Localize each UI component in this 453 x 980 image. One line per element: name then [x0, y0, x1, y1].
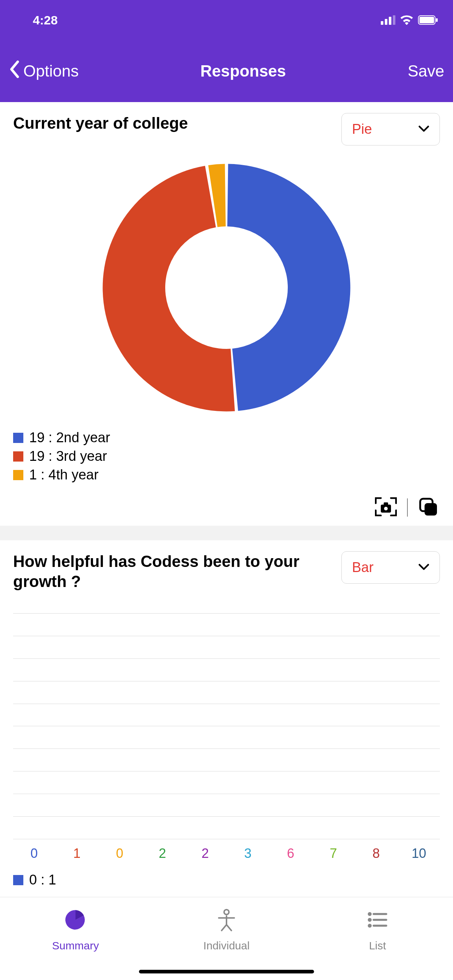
- svg-point-8: [224, 910, 229, 915]
- section-gap: [0, 526, 453, 540]
- pie-chart: [13, 145, 440, 426]
- card-title: How helpful has Codess been to your grow…: [13, 551, 312, 591]
- bar-x-label: 2: [145, 846, 180, 861]
- bar-x-label: 0: [17, 846, 51, 861]
- legend-text: 19 : 3rd year: [29, 449, 107, 464]
- status-time: 4:28: [14, 13, 381, 27]
- pie-icon: [64, 908, 87, 933]
- bar-x-label: 2: [188, 846, 222, 861]
- content-scroll[interactable]: Current year of college Pie 19 : 2nd yea…: [0, 102, 453, 898]
- legend-text: 19 : 2nd year: [29, 430, 110, 445]
- tab-list[interactable]: List: [302, 897, 453, 980]
- chevron-left-icon: [9, 60, 21, 82]
- bar-legend: 0 : 1: [13, 869, 440, 888]
- list-icon: [366, 908, 389, 933]
- separator: [407, 498, 408, 517]
- legend-text: 1 : 4th year: [29, 467, 99, 483]
- copy-icon[interactable]: [418, 496, 439, 519]
- status-bar: 4:28: [0, 0, 453, 40]
- bar-x-label: 3: [231, 846, 265, 861]
- svg-point-5: [384, 507, 388, 511]
- pie-slice: [227, 164, 350, 411]
- bottom-tab-bar: Summary Individual List: [0, 897, 453, 980]
- legend-item: 1 : 4th year: [13, 467, 440, 483]
- bar-x-label: 0: [102, 846, 137, 861]
- svg-rect-1: [420, 17, 434, 23]
- svg-point-9: [369, 913, 370, 915]
- svg-rect-2: [436, 18, 438, 22]
- chart-type-dropdown[interactable]: Pie: [341, 113, 440, 145]
- svg-point-13: [369, 924, 370, 926]
- tab-summary[interactable]: Summary: [0, 897, 151, 980]
- tab-label: Individual: [204, 940, 250, 952]
- svg-point-11: [369, 919, 370, 921]
- svg-rect-4: [384, 503, 388, 505]
- tab-label: List: [369, 940, 386, 952]
- legend-item: 19 : 3rd year: [13, 449, 440, 464]
- bar-x-label: 6: [273, 846, 308, 861]
- cellular-signal-icon: [381, 15, 396, 25]
- chevron-down-icon: [418, 564, 429, 572]
- back-button[interactable]: Options: [9, 60, 79, 82]
- pie-legend: 19 : 2nd year19 : 3rd year1 : 4th year: [13, 426, 440, 483]
- screenshot-icon[interactable]: [375, 497, 397, 518]
- dropdown-label: Bar: [352, 560, 373, 575]
- legend-item: 0 : 1: [13, 872, 440, 888]
- back-label: Options: [23, 62, 79, 80]
- legend-swatch: [13, 451, 23, 461]
- card-title: Current year of college: [13, 113, 188, 133]
- response-card-helpful: How helpful has Codess been to your grow…: [0, 540, 453, 898]
- status-right: [381, 15, 439, 25]
- response-card-college-year: Current year of college Pie 19 : 2nd yea…: [0, 102, 453, 526]
- person-icon: [215, 908, 238, 933]
- tab-individual[interactable]: Individual: [151, 897, 302, 980]
- battery-icon: [418, 15, 439, 25]
- wifi-icon: [400, 15, 413, 25]
- bar-x-label: 8: [359, 846, 394, 861]
- tab-label: Summary: [52, 940, 99, 952]
- nav-bar: Options Responses Save: [0, 40, 453, 102]
- chevron-down-icon: [418, 126, 429, 134]
- page-title: Responses: [79, 62, 408, 80]
- bar-x-label: 10: [402, 846, 436, 861]
- bar-x-label: 7: [316, 846, 351, 861]
- dropdown-label: Pie: [352, 121, 372, 137]
- legend-swatch: [13, 433, 23, 443]
- bar-x-label: 1: [59, 846, 94, 861]
- legend-swatch: [13, 875, 23, 885]
- legend-item: 19 : 2nd year: [13, 430, 440, 445]
- svg-rect-7: [424, 503, 437, 515]
- bar-chart: 01022367810: [13, 591, 440, 869]
- chart-type-dropdown[interactable]: Bar: [341, 551, 440, 584]
- legend-text: 0 : 1: [29, 872, 56, 888]
- legend-swatch: [13, 470, 23, 480]
- save-button[interactable]: Save: [408, 62, 444, 80]
- home-indicator[interactable]: [139, 970, 314, 974]
